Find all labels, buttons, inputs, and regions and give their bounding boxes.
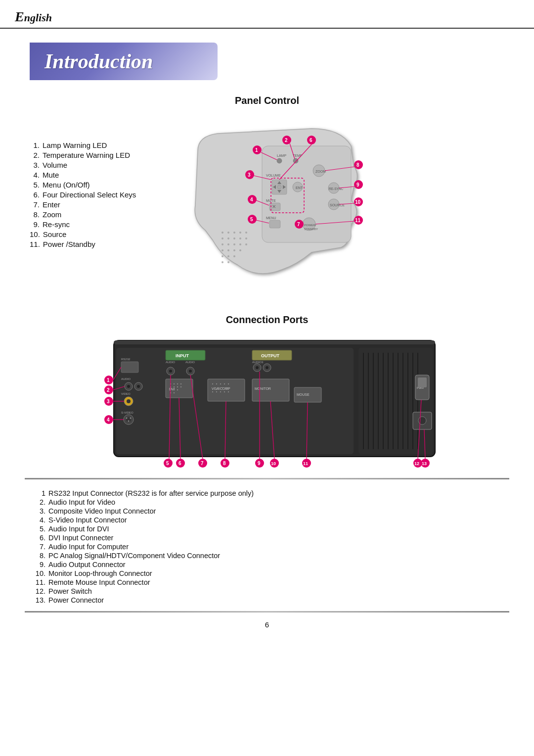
svg-point-133 [224,383,225,384]
svg-point-152 [130,418,132,419]
svg-point-100 [189,370,192,373]
port-item-6: 6.DVI Input Connecter [35,534,509,542]
projector-top-image: LAMP TEMP VOLUME MUTE [158,111,509,299]
svg-text:2: 2 [107,387,110,393]
svg-text:4: 4 [250,197,253,202]
projector-top-svg: LAMP TEMP VOLUME MUTE [158,111,366,294]
svg-text:S-VIDEO: S-VIDEO [121,411,134,414]
svg-point-104 [266,366,268,369]
svg-rect-93 [121,362,138,373]
svg-point-3 [239,232,241,234]
port-item-1: 1RS232 Input Connector (RS232 is for aft… [35,489,509,497]
svg-point-109 [137,385,140,388]
svg-text:5: 5 [250,217,253,222]
svg-point-5 [222,237,223,239]
svg-point-131 [216,383,217,384]
port-item-12: 12.Power Switch [35,587,509,595]
svg-point-6 [227,237,229,239]
port-list: 1RS232 Input Connector (RS232 is for aft… [25,489,509,605]
port-item-5: 5.Audio Input for DVI [35,525,509,533]
svg-point-140 [216,391,217,392]
svg-point-125 [177,389,178,390]
svg-text:STANDBY: STANDBY [304,228,318,231]
svg-point-0 [222,232,223,234]
svg-point-116 [174,383,175,384]
svg-point-98 [169,370,172,373]
svg-text:AUDIO: AUDIO [121,378,131,380]
port-item-7: 7.Audio Input for Computer [35,543,509,551]
svg-point-12 [233,243,235,245]
port-item-4: 4.S-Video Input Connector [35,516,509,524]
svg-rect-154 [358,348,433,454]
panel-control-list: 1.Lamp Warning LED 2.Temperature Warning… [25,111,153,250]
svg-text:INPUT: INPUT [176,353,189,358]
svg-text:8: 8 [223,461,226,466]
svg-point-112 [127,399,131,403]
svg-point-14 [245,243,247,245]
svg-point-107 [127,385,130,388]
svg-point-171 [418,417,426,425]
panel-item-5: 5.Menu (On/Off) [30,181,153,189]
bottom-divider [25,611,509,613]
panel-item-3: 3.Volume [30,161,153,169]
svg-point-27 [277,158,282,163]
svg-text:11: 11 [355,218,361,223]
svg-point-19 [222,255,223,257]
svg-point-11 [227,243,229,245]
svg-point-22 [222,261,223,263]
panel-item-4: 4.Mute [30,171,153,179]
page-number: 6 [265,620,269,629]
svg-text:8: 8 [356,162,359,168]
port-item-10: 10.Monitor Loop-through Connector [35,569,509,577]
svg-point-151 [126,418,128,419]
svg-text:VOLUME: VOLUME [266,174,281,177]
svg-text:LAMP: LAMP [277,154,286,157]
svg-point-137 [222,387,223,388]
svg-point-9 [245,237,247,239]
port-item-11: 11.Remote Mouse Input Connector [35,578,509,586]
svg-rect-40 [269,220,280,228]
svg-point-122 [180,386,181,387]
svg-point-124 [174,389,175,390]
main-content: Panel Control 1.Lamp Warning LED 2.Tempe… [0,95,534,613]
svg-point-136 [218,387,219,388]
panel-control-heading: Panel Control [25,95,509,106]
panel-control-area: 1.Lamp Warning LED 2.Temperature Warning… [25,111,509,299]
svg-text:AUDIO: AUDIO [166,361,175,364]
svg-point-20 [227,255,229,257]
svg-point-141 [220,391,221,392]
english-label: English [15,9,52,25]
svg-point-4 [245,232,247,234]
panel-item-9: 9.Re-sync [30,220,153,229]
port-item-3: 3.Composite Video Input Connector [35,507,509,515]
svg-point-15 [222,249,223,251]
port-item-2: 2.Audio Input for Video [35,498,509,506]
page-footer: 6 [0,620,534,629]
panel-item-10: 10.Source [30,230,153,238]
svg-point-13 [239,243,241,245]
svg-text:13: 13 [422,461,427,466]
top-divider [25,478,509,479]
svg-text:12: 12 [414,461,419,466]
ports-image-container: INPUT OUTPUT RS232 AUDIO AUDIO AUDIO3 AU… [25,331,509,474]
svg-text:5: 5 [166,461,169,466]
port-item-13: 13.Power Connector [35,596,509,604]
svg-point-135 [214,387,215,388]
svg-text:MOUSE: MOUSE [297,393,310,396]
svg-point-23 [227,261,229,263]
svg-point-102 [256,366,259,369]
svg-point-127 [174,392,175,393]
intro-banner: Introduction [30,43,218,80]
panel-item-8: 8.Zoom [30,210,153,219]
svg-point-8 [239,237,241,239]
svg-text:6: 6 [310,138,312,143]
svg-text:6: 6 [178,461,181,466]
panel-item-2: 2.Temperature Warning LED [30,151,153,159]
svg-point-35 [277,185,281,189]
svg-point-118 [180,383,181,384]
svg-text:10: 10 [271,461,276,466]
svg-text:10: 10 [355,199,361,205]
svg-point-143 [228,391,229,392]
panel-item-6: 6.Four Directional Select Keys [30,190,153,199]
svg-text:11: 11 [303,461,308,466]
